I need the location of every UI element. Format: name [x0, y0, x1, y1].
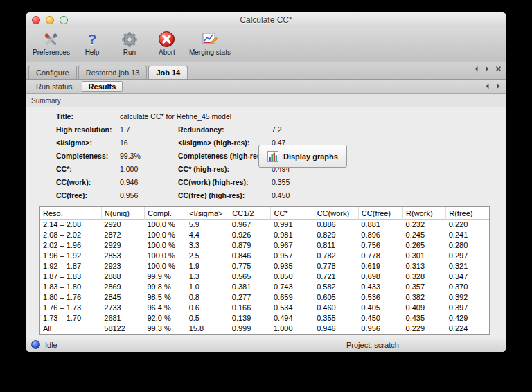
table-row[interactable]: 1.87 – 1.83288899.9 %1.30.5650.8500.7210…	[40, 271, 489, 282]
table-cell: 0.999	[229, 323, 271, 334]
merging-stats-button[interactable]: Merging stats	[189, 30, 231, 56]
table-cell: 0.435	[403, 313, 446, 323]
table-cell: 1.9	[186, 261, 229, 271]
column-header[interactable]: R(free)	[446, 207, 489, 220]
merging-stats-icon	[201, 30, 219, 48]
table-cell: 0.405	[358, 303, 402, 313]
column-header[interactable]: R(work)	[403, 207, 446, 220]
column-header[interactable]: Compl.	[144, 207, 186, 220]
bar-chart-icon	[267, 151, 278, 162]
results-panel: Title: calculate CC* for Refine_45 model…	[26, 107, 506, 337]
table-cell: 100.0 %	[144, 240, 186, 251]
toolbar-button-label: Preferences	[33, 48, 70, 56]
table-cell: 0.778	[358, 251, 402, 261]
summary-section-header: Summary	[26, 94, 506, 107]
table-row[interactable]: 2.02 – 1.962929100.0 %3.30.8790.9670.811…	[40, 240, 489, 251]
table-cell: 0.321	[446, 261, 489, 271]
column-header[interactable]: CC(work)	[314, 207, 358, 220]
column-header[interactable]: CC(free)	[358, 207, 402, 220]
table-cell: 0.297	[446, 251, 489, 261]
table-cell: 1.92 – 1.87	[40, 261, 101, 271]
column-header[interactable]: CC1/2	[229, 207, 271, 220]
run-button[interactable]: Run	[114, 30, 145, 56]
table-cell: 0.991	[271, 220, 314, 231]
table-cell: 0.886	[314, 220, 358, 231]
close-window-button[interactable]	[32, 16, 40, 24]
minimize-window-button[interactable]	[46, 16, 54, 24]
table-row[interactable]: 1.96 – 1.922853100.0 %2.50.8460.9570.782…	[40, 251, 489, 261]
table-cell: 3.3	[186, 240, 229, 251]
app-window: Calculate CC* Preferences ? Help	[26, 12, 506, 352]
table-cell: 0.224	[446, 323, 489, 334]
tab-configure[interactable]: Configure	[28, 66, 77, 79]
table-cell: 2853	[101, 251, 144, 261]
tab-scroll-left-icon[interactable]	[484, 83, 490, 89]
table-cell: 0.381	[229, 282, 271, 292]
table-cell: 98.5 %	[144, 292, 186, 303]
result-tab-controls	[484, 83, 502, 89]
tab-job-14[interactable]: Job 14	[148, 66, 188, 79]
table-row[interactable]: 1.80 – 1.76284598.5 %0.80.2770.6590.6050…	[40, 292, 489, 303]
table-cell: 99.8 %	[144, 282, 186, 292]
table-cell: 0.565	[229, 271, 271, 282]
summary-label: CC(work):	[56, 177, 120, 187]
project-label: Project: scratch	[346, 341, 399, 349]
table-cell: 0.536	[358, 292, 402, 303]
tab-close-icon[interactable]	[495, 66, 502, 72]
table-cell: 0.582	[314, 282, 358, 292]
job-tab-bar: Configure Restored job 13 Job 14	[26, 62, 506, 80]
status-text: Idle	[45, 341, 57, 349]
table-cell: 0.619	[358, 261, 402, 271]
run-icon	[121, 30, 138, 48]
table-row[interactable]: 1.73 – 1.70268192.0 %0.50.1390.4940.3550…	[40, 313, 489, 323]
table-cell: 1.76 – 1.73	[40, 303, 101, 313]
table-row[interactable]: 1.83 – 1.80286999.8 %1.00.3810.7430.5820…	[40, 282, 489, 292]
statistics-table: Reso.N(uniq)Compl.<I/sigma>CC1/2CC*CC(wo…	[40, 207, 489, 334]
column-header[interactable]: <I/sigma>	[186, 207, 229, 220]
preferences-icon	[42, 30, 60, 48]
preferences-button[interactable]: Preferences	[33, 30, 70, 56]
column-header[interactable]: CC*	[271, 207, 314, 220]
job-tab-controls	[473, 66, 502, 72]
titlebar: Calculate CC*	[26, 12, 506, 28]
summary-label: Completeness:	[56, 151, 120, 161]
table-cell: 0.605	[314, 292, 358, 303]
tab-run-status[interactable]: Run status	[30, 82, 79, 91]
table-cell: 2.02 – 1.96	[40, 240, 101, 251]
table-row[interactable]: 2.14 – 2.082920100.0 %5.90.9670.9910.886…	[40, 220, 489, 231]
abort-button[interactable]: Abort	[152, 30, 182, 56]
summary-value: 0.946	[120, 177, 178, 187]
table-cell: 0.967	[271, 240, 314, 251]
table-cell: 0.850	[271, 271, 314, 282]
tab-scroll-right-icon[interactable]	[495, 83, 502, 89]
table-cell: 0.743	[271, 282, 314, 292]
table-row[interactable]: All5812299.3 %15.80.9991.0000.9460.9560.…	[40, 323, 489, 334]
table-cell: 0.313	[403, 261, 446, 271]
table-cell: 0.698	[358, 271, 402, 282]
summary-label: CC(work) (high-res):	[178, 177, 272, 187]
tab-restored-job-13[interactable]: Restored job 13	[78, 66, 148, 79]
table-cell: 0.355	[314, 313, 358, 323]
table-cell: 0.956	[358, 323, 402, 334]
summary-section-label: Summary	[31, 97, 61, 105]
table-cell: 0.935	[271, 261, 314, 271]
table-row[interactable]: 1.92 – 1.872923100.0 %1.90.7750.9350.778…	[40, 261, 489, 271]
toolbar-button-label: Merging stats	[189, 48, 231, 56]
table-row[interactable]: 1.76 – 1.73273396.4 %0.60.1660.5340.4600…	[40, 303, 489, 313]
table-cell: 0.811	[314, 240, 358, 251]
tab-results[interactable]: Results	[82, 81, 123, 92]
summary-value: 1.000	[120, 164, 178, 174]
summary-label: CC* (high-res):	[178, 164, 272, 174]
column-header[interactable]: N(uniq)	[101, 207, 144, 220]
tab-scroll-right-icon[interactable]	[484, 66, 490, 72]
table-cell: 0.881	[358, 220, 402, 231]
column-header[interactable]: Reso.	[40, 207, 101, 220]
zoom-window-button[interactable]	[60, 16, 68, 24]
table-row[interactable]: 2.08 – 2.022872100.0 %4.40.9260.9810.829…	[40, 230, 489, 240]
tab-scroll-left-icon[interactable]	[473, 66, 479, 72]
table-cell: 100.0 %	[144, 251, 186, 261]
table-cell: 2733	[101, 303, 144, 313]
table-cell: 0.926	[229, 230, 271, 240]
help-button[interactable]: ? Help	[77, 30, 107, 56]
display-graphs-button[interactable]: Display graphs	[258, 145, 347, 168]
